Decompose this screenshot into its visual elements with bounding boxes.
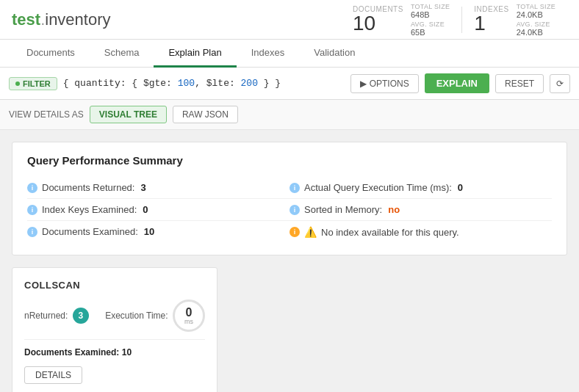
documents-stat: DOCUMENTS 10 TOTAL SIZE 648B AVG. SIZE 6… [341, 3, 461, 37]
tab-indexes[interactable]: Indexes [237, 40, 300, 68]
indexes-count-block: INDEXES 1 [474, 5, 508, 34]
filter-badge[interactable]: FILTER [9, 77, 57, 90]
filter-query[interactable]: { quantity: { $gte: 100, $lte: 200 } } [63, 78, 345, 89]
info-icon-5: i [290, 205, 300, 215]
reset-button[interactable]: RESET [495, 74, 544, 93]
info-icon-1: i [27, 183, 37, 193]
perf-exec-time-value: 0 [458, 182, 463, 193]
view-toggle-bar: VIEW DETAILS AS VISUAL TREE RAW JSON [0, 100, 579, 130]
indexes-total-size-label: TOTAL SIZE [517, 3, 555, 10]
explain-button[interactable]: EXPLAIN [425, 73, 489, 93]
perf-left-col: i Documents Returned: 3 i Index Keys Exa… [27, 177, 290, 243]
query-sep: , $lte: [195, 78, 240, 89]
visual-tree-button[interactable]: VISUAL TREE [90, 106, 167, 123]
documents-total-size-value: 648B [411, 10, 450, 19]
perf-docs-returned-label: Documents Returned: [42, 182, 134, 193]
documents-total-size: TOTAL SIZE 648B [411, 3, 450, 19]
logo-part2: inventory [45, 10, 110, 29]
documents-avg-size-value: 65B [411, 28, 450, 37]
main-content: Query Performance Summary i Documents Re… [0, 130, 579, 392]
logo: test.inventory [12, 10, 111, 29]
collscan-nreturned-row: nReturned: 3 Execution Time: 0 ms [24, 300, 205, 332]
perf-summary-title: Query Performance Summary [27, 154, 552, 167]
warn-icon: i [290, 227, 300, 237]
options-arrow-icon: ▶ [360, 79, 367, 89]
collscan-nreturned-badge: 3 [73, 308, 89, 324]
perf-index-keys-value: 0 [143, 204, 148, 215]
query-suffix: } } [258, 78, 281, 89]
perf-row-sorted-memory: i Sorted in Memory: no [290, 199, 552, 221]
query-prefix: { quantity: { $gte: [63, 78, 178, 89]
perf-docs-examined-value: 10 [144, 226, 154, 237]
tab-schema[interactable]: Schema [90, 40, 154, 68]
info-icon-2: i [27, 205, 37, 215]
perf-exec-time-label: Actual Query Execution Time (ms): [304, 182, 452, 193]
options-button[interactable]: ▶ OPTIONS [350, 74, 419, 93]
collscan-docs-examined-value: 10 [122, 347, 132, 357]
indexes-count: 1 [474, 13, 486, 34]
tab-documents[interactable]: Documents [12, 40, 90, 68]
documents-avg-size: AVG. SIZE 65B [411, 21, 450, 37]
filter-dot [15, 81, 20, 86]
collscan-exec-time-label: Execution Time: [105, 311, 168, 321]
filter-label: FILTER [23, 79, 51, 88]
documents-total-size-label: TOTAL SIZE [411, 3, 450, 10]
documents-count: 10 [353, 13, 375, 34]
collscan-block: COLLSCAN nReturned: 3 Execution Time: 0 … [12, 267, 217, 392]
indexes-avg-size: AVG. SIZE 24.0KB [517, 21, 555, 37]
perf-no-index-label: No index available for this query. [321, 227, 459, 238]
collscan-nreturned-label: nReturned: [24, 311, 68, 321]
perf-grid: i Documents Returned: 3 i Index Keys Exa… [27, 177, 552, 243]
tab-validation[interactable]: Validation [299, 40, 370, 68]
filter-bar: FILTER { quantity: { $gte: 100, $lte: 20… [0, 68, 579, 100]
filter-query-text: { quantity: { $gte: 100, $lte: 200 } } [63, 78, 281, 89]
perf-right-col: i Actual Query Execution Time (ms): 0 i … [290, 177, 552, 243]
nav-tabs: Documents Schema Explain Plan Indexes Va… [0, 40, 579, 68]
query-num2: 200 [241, 78, 258, 89]
execution-time-circle: 0 ms [173, 300, 205, 332]
perf-sorted-memory-label: Sorted in Memory: [304, 204, 382, 215]
perf-row-docs-examined: i Documents Examined: 10 [27, 221, 290, 242]
perf-index-keys-label: Index Keys Examined: [42, 204, 137, 215]
documents-sub-stats: TOTAL SIZE 648B AVG. SIZE 65B [411, 3, 450, 37]
indexes-avg-size-label: AVG. SIZE [517, 21, 555, 28]
header: test.inventory DOCUMENTS 10 TOTAL SIZE 6… [0, 0, 579, 40]
details-button[interactable]: DETAILS [24, 366, 82, 384]
raw-json-button[interactable]: RAW JSON [173, 106, 238, 123]
header-stats: DOCUMENTS 10 TOTAL SIZE 648B AVG. SIZE 6… [341, 3, 567, 37]
collscan-docs-examined-row: Documents Examined: 10 [24, 347, 205, 357]
perf-row-exec-time: i Actual Query Execution Time (ms): 0 [290, 177, 552, 199]
info-icon-4: i [290, 183, 300, 193]
indexes-total-size-value: 24.0KB [517, 10, 555, 19]
indexes-sub-stats: TOTAL SIZE 24.0KB AVG. SIZE 24.0KB [517, 3, 555, 37]
perf-row-docs-returned: i Documents Returned: 3 [27, 177, 290, 199]
logo-part1: test [12, 10, 40, 29]
query-num1: 100 [178, 78, 195, 89]
perf-sorted-memory-value: no [388, 204, 400, 215]
history-button[interactable]: ⟳ [550, 74, 570, 93]
execution-time-unit: ms [184, 319, 193, 325]
tab-explain-plan[interactable]: Explain Plan [154, 40, 236, 68]
collscan-docs-examined-label: Documents Examined: [24, 347, 119, 357]
options-label: OPTIONS [370, 79, 409, 89]
info-icon-3: i [27, 227, 37, 237]
indexes-total-size: TOTAL SIZE 24.0KB [517, 3, 555, 19]
perf-docs-returned-value: 3 [140, 182, 145, 193]
view-details-label: VIEW DETAILS AS [9, 109, 84, 120]
indexes-avg-size-value: 24.0KB [517, 28, 555, 37]
perf-docs-examined-label: Documents Examined: [42, 226, 138, 237]
perf-row-index-keys: i Index Keys Examined: 0 [27, 199, 290, 221]
indexes-stat: INDEXES 1 TOTAL SIZE 24.0KB AVG. SIZE 24… [462, 3, 567, 37]
collscan-title: COLLSCAN [24, 280, 205, 291]
history-icon: ⟳ [556, 79, 564, 89]
perf-row-no-index: i ⚠️ No index available for this query. [290, 221, 552, 243]
execution-time-value: 0 [186, 307, 193, 319]
collscan-divider [24, 339, 205, 340]
documents-count-block: DOCUMENTS 10 [353, 5, 403, 34]
documents-avg-size-label: AVG. SIZE [411, 21, 450, 28]
perf-summary: Query Performance Summary i Documents Re… [12, 142, 567, 255]
warn-triangle-icon: ⚠️ [304, 226, 317, 238]
